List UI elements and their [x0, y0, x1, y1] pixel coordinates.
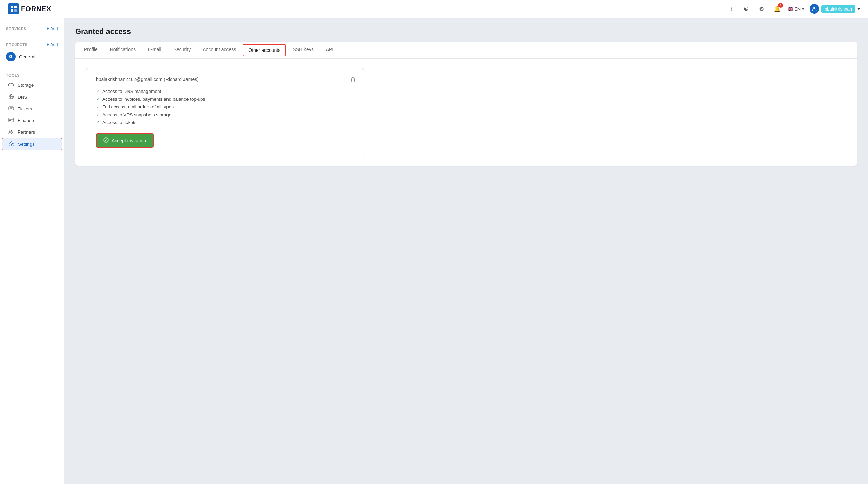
sidebar-item-label-finance: Finance: [18, 118, 34, 123]
svg-rect-8: [9, 107, 14, 110]
navbar: FORNEX ☽ ☯ ⚙ 🔔 1 🇬🇧 EN ▾ bba: [0, 0, 868, 18]
layout: SERVICES + Add PROJECTS + Add G General …: [0, 0, 868, 484]
permission-invoices-label: Access to invoices, payments and balance…: [102, 97, 205, 102]
lang-label: EN: [794, 6, 801, 12]
permission-invoices: ✓ Access to invoices, payments and balan…: [96, 95, 354, 103]
invitation-email: bbalakrishnan2462@gmail.com (Richard Jam…: [96, 77, 354, 82]
sidebar-item-partners[interactable]: Partners: [2, 126, 62, 138]
gear-icon-btn[interactable]: ⚙: [756, 4, 767, 14]
project-name: General: [19, 54, 35, 59]
invitation-email-address: bbalakrishnan2462@gmail.com: [96, 77, 162, 82]
accept-check-icon: [103, 137, 109, 144]
tab-ssh-keys[interactable]: SSH keys: [287, 42, 319, 58]
projects-section: PROJECTS + Add: [0, 39, 64, 49]
permission-dns-label: Access to DNS management: [102, 89, 161, 94]
tab-profile[interactable]: Profile: [78, 42, 104, 58]
gear-icon: ⚙: [759, 6, 764, 12]
sidebar-item-dns[interactable]: DNS: [2, 91, 62, 103]
svg-rect-3: [14, 9, 17, 12]
tab-email[interactable]: E-mail: [142, 42, 167, 58]
tab-other-accounts[interactable]: Other accounts: [243, 44, 286, 56]
svg-point-17: [104, 138, 108, 142]
language-selector[interactable]: 🇬🇧 EN ▾: [788, 6, 804, 12]
permission-vps: ✓ Access to VPS snapshots storage: [96, 111, 354, 119]
svg-rect-13: [9, 120, 11, 121]
notification-badge: 1: [778, 3, 783, 8]
main-content: Granted access Profile Notifications E-m…: [64, 18, 868, 484]
delete-invitation-button[interactable]: [349, 75, 357, 85]
check-icon-tickets: ✓: [96, 120, 100, 125]
user-chevron-icon: ▾: [857, 6, 860, 12]
check-icon-invoices: ✓: [96, 97, 100, 102]
sidebar-item-label-partners: Partners: [18, 129, 35, 135]
sidebar-item-label-storage: Storage: [18, 83, 34, 88]
finance-icon: [8, 118, 14, 123]
moon-icon: ☽: [728, 6, 733, 12]
yin-yang-icon-btn[interactable]: ☯: [741, 4, 751, 14]
sidebar-item-label-settings: Settings: [18, 142, 35, 147]
sidebar-divider-2: [4, 67, 60, 67]
flag-icon: 🇬🇧: [788, 6, 793, 12]
svg-rect-11: [9, 118, 14, 122]
services-label: SERVICES: [6, 27, 26, 31]
sidebar: SERVICES + Add PROJECTS + Add G General …: [0, 18, 64, 484]
logo-icon: [8, 3, 19, 14]
accept-button-label: Accept invitation: [112, 138, 146, 143]
projects-add-button[interactable]: + Add: [46, 42, 58, 47]
sidebar-item-tickets[interactable]: Tickets: [2, 103, 62, 115]
logo-text: FORNEX: [21, 5, 51, 13]
tabs-card: Profile Notifications E-mail Security Ac…: [75, 42, 857, 166]
tools-label: TOOLS: [6, 73, 20, 77]
tab-api[interactable]: API: [320, 42, 340, 58]
projects-label: PROJECTS: [6, 43, 27, 47]
sidebar-project-general[interactable]: G General: [0, 49, 64, 64]
permission-vps-label: Access to VPS snapshots storage: [102, 112, 171, 117]
cloud-icon: [8, 82, 14, 88]
tabs-header: Profile Notifications E-mail Security Ac…: [75, 42, 857, 59]
permission-orders-label: Full access to all orders of all types: [102, 104, 174, 109]
permission-dns: ✓ Access to DNS management: [96, 87, 354, 95]
services-add-button[interactable]: + Add: [46, 26, 58, 31]
svg-rect-2: [11, 9, 13, 12]
moon-icon-btn[interactable]: ☽: [725, 4, 735, 14]
accept-invitation-button[interactable]: Accept invitation: [96, 133, 154, 148]
sidebar-item-settings[interactable]: Settings: [2, 138, 62, 150]
tab-notifications[interactable]: Notifications: [104, 42, 142, 58]
svg-point-16: [11, 143, 13, 145]
user-menu[interactable]: bbalakrishnan ▾: [810, 4, 860, 14]
globe-icon: [8, 94, 14, 100]
invitation-card: bbalakrishnan2462@gmail.com (Richard Jam…: [86, 68, 364, 156]
svg-rect-1: [14, 6, 17, 8]
access-permissions-list: ✓ Access to DNS management ✓ Access to i…: [96, 87, 354, 126]
page-title: Granted access: [75, 27, 857, 36]
sidebar-item-storage[interactable]: Storage: [2, 80, 62, 91]
yin-yang-icon: ☯: [744, 6, 748, 12]
tab-security[interactable]: Security: [167, 42, 197, 58]
sidebar-item-label-dns: DNS: [18, 95, 27, 100]
user-name: bbalakrishnan: [821, 5, 855, 13]
navbar-right: ☽ ☯ ⚙ 🔔 1 🇬🇧 EN ▾ bbalakrishnan ▾: [725, 4, 860, 14]
tab-account-access[interactable]: Account access: [197, 42, 242, 58]
sidebar-divider-1: [4, 36, 60, 36]
tools-section: TOOLS: [0, 70, 64, 79]
svg-point-14: [9, 130, 11, 132]
check-icon-vps: ✓: [96, 112, 100, 117]
ticket-icon: [8, 106, 14, 112]
settings-icon: [8, 141, 15, 147]
bell-icon-btn[interactable]: 🔔 1: [772, 4, 782, 14]
project-avatar: G: [6, 52, 16, 61]
sidebar-item-label-tickets: Tickets: [18, 106, 32, 112]
check-icon-orders: ✓: [96, 104, 100, 109]
svg-rect-0: [11, 6, 13, 8]
invitation-name: (Richard James): [164, 77, 199, 82]
lang-chevron-icon: ▾: [802, 6, 804, 12]
svg-point-15: [12, 130, 13, 132]
logo: FORNEX: [8, 3, 51, 14]
permission-orders: ✓ Full access to all orders of all types: [96, 103, 354, 111]
permission-tickets-label: Access to tickets: [102, 120, 137, 125]
user-avatar: [810, 4, 819, 14]
sidebar-item-finance[interactable]: Finance: [2, 115, 62, 126]
check-icon-dns: ✓: [96, 89, 100, 94]
partners-icon: [8, 129, 14, 135]
tab-content-other-accounts: bbalakrishnan2462@gmail.com (Richard Jam…: [75, 59, 857, 166]
